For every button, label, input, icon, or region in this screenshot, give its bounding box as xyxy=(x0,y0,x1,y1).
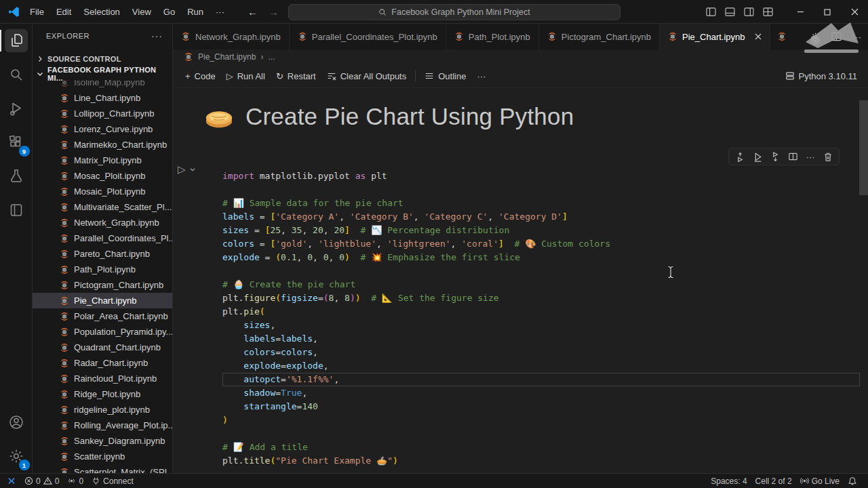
editor-tab[interactable]: Pie_Chart.ipynb xyxy=(660,24,770,49)
back-arrow-icon[interactable]: ← xyxy=(248,6,258,18)
editor-tab[interactable]: Network_Graph.ipynb xyxy=(173,24,290,49)
explorer-more-actions-icon[interactable]: ··· xyxy=(151,30,163,41)
code-line[interactable]: sizes, xyxy=(222,319,860,332)
run-debug-icon[interactable] xyxy=(0,92,33,125)
run-cell-button[interactable]: ▷ xyxy=(178,164,186,174)
problems-indicator[interactable]: 0 0 xyxy=(20,474,63,488)
maximize-button[interactable] xyxy=(814,0,841,24)
notebook-icon[interactable] xyxy=(0,193,33,227)
markdown-cell[interactable]: Create Pie Chart Using Python xyxy=(203,103,574,130)
file-item[interactable]: Lollipop_Chart.ipynb xyxy=(33,106,172,121)
explorer-icon[interactable] xyxy=(0,24,33,58)
code-line[interactable]: colors = ['gold', 'lightblue', 'lightgre… xyxy=(222,237,860,251)
spaces-indicator[interactable]: Spaces: 4 xyxy=(707,474,751,488)
code-line[interactable]: shadow=True, xyxy=(222,386,860,400)
account-icon[interactable] xyxy=(0,405,33,439)
clear-all-outputs-button[interactable]: Clear All Outputs xyxy=(321,68,412,84)
cell-more-actions-icon[interactable]: ··· xyxy=(802,149,818,164)
connect-button[interactable]: Connect xyxy=(87,474,138,488)
execute-above-icon[interactable] xyxy=(732,149,748,164)
code-cell-editor[interactable]: import matplotlib.pyplot as plt # 📊 Samp… xyxy=(222,169,860,468)
execute-below-icon[interactable] xyxy=(767,149,783,164)
minimize-button[interactable] xyxy=(787,0,814,24)
search-sidebar-icon[interactable] xyxy=(0,58,33,92)
menu-run[interactable]: Run xyxy=(181,3,210,20)
code-line[interactable]: labels=labels, xyxy=(222,332,860,346)
editor-tab[interactable] xyxy=(770,24,793,49)
code-line[interactable]: # 🧁 Create the pie chart xyxy=(222,278,860,291)
menu-file[interactable]: File xyxy=(24,3,50,20)
run-all-button[interactable]: ▷ Run All xyxy=(221,68,271,84)
outline-button[interactable]: Outline xyxy=(419,68,471,84)
file-item[interactable]: Lorenz_Curve.ipynb xyxy=(33,121,172,137)
testing-icon[interactable] xyxy=(0,159,33,193)
file-item[interactable]: Parallel_Coordinates_Pl... xyxy=(33,230,172,246)
file-item[interactable]: Radar_Chart.ipynb xyxy=(33,355,172,371)
file-item[interactable]: Mosaic_Plot.ipynb xyxy=(33,184,172,199)
code-line[interactable]: plt.title("Pie Chart Example 🥧") xyxy=(222,454,860,468)
ports-indicator[interactable]: 0 xyxy=(63,474,87,488)
file-item[interactable]: Scatter.ipynb xyxy=(33,449,172,464)
execute-cell-icon[interactable] xyxy=(749,149,766,164)
code-line[interactable]: ) xyxy=(222,413,860,427)
code-line[interactable]: plt.pie( xyxy=(222,305,860,319)
command-center-search[interactable]: Facebook Graph Python Mini Project xyxy=(288,4,620,20)
delete-cell-icon[interactable] xyxy=(820,149,836,164)
file-item[interactable]: Line_Chart.ipynb xyxy=(33,90,172,106)
menu-view[interactable]: View xyxy=(126,3,157,20)
editor-tab[interactable]: Pictogram_Chart.ipynb xyxy=(539,24,660,49)
file-item[interactable]: Isoline_Map.ipynb xyxy=(33,80,172,90)
file-item[interactable]: Population_Pyramid.ipy... xyxy=(33,324,172,340)
tab-more-actions-icon[interactable]: ··· xyxy=(852,32,861,42)
code-line[interactable] xyxy=(222,264,860,278)
file-item[interactable]: Matrix_Plot.ipynb xyxy=(33,152,172,168)
breadcrumb-file[interactable]: Pie_Chart.ipynb xyxy=(198,52,256,62)
cell-indicator[interactable]: Cell 2 of 2 xyxy=(751,474,796,488)
code-line[interactable]: explode=explode, xyxy=(222,359,860,373)
notifications-bell-icon[interactable] xyxy=(844,474,861,488)
breadcrumb-more[interactable]: ... xyxy=(268,52,275,62)
editor-scrollbar[interactable] xyxy=(859,100,868,195)
file-item[interactable]: Mosac_Ploit.ipynb xyxy=(33,168,172,184)
code-line[interactable] xyxy=(222,183,860,197)
code-line[interactable]: # 📊 Sample data for the pie chart xyxy=(222,197,860,210)
code-line[interactable]: colors=colors, xyxy=(222,346,860,359)
restart-kernel-button[interactable]: ↻ Restart xyxy=(271,68,321,84)
file-item[interactable]: ridgeline_plot.ipynb xyxy=(33,402,172,418)
add-code-cell-button[interactable]: + Code xyxy=(180,68,221,84)
customize-layout-icon[interactable] xyxy=(763,7,773,16)
file-item[interactable]: Pictogram_Chart.ipynb xyxy=(33,277,172,293)
kernel-picker[interactable]: Python 3.10.11 xyxy=(785,71,868,81)
file-item[interactable]: Scatterplot_Matrix_(SPL... xyxy=(33,464,172,473)
file-item[interactable]: Path_Plot.ipynb xyxy=(33,262,172,277)
file-item[interactable]: Raincloud_Plot.ipynb xyxy=(33,371,172,386)
file-item[interactable]: Quadrant_Chart.ipynb xyxy=(33,340,172,355)
gear-icon[interactable] xyxy=(810,32,821,42)
editor-tab[interactable]: Parallel_Coordinates_Plot.ipynb xyxy=(290,24,446,49)
editor-tab[interactable]: Path_Plot.ipynb xyxy=(446,24,539,49)
code-line[interactable]: # 📝 Add a title xyxy=(222,441,860,454)
source-control-section[interactable]: SOURCE CONTROL xyxy=(33,52,172,66)
close-window-button[interactable] xyxy=(841,0,868,24)
toggle-sidebar-icon[interactable] xyxy=(706,7,716,16)
split-editor-icon[interactable] xyxy=(831,32,842,41)
go-live-button[interactable]: Go Live xyxy=(796,474,844,488)
file-item[interactable]: Pareto_Chart.ipynb xyxy=(33,246,172,262)
menu-go[interactable]: Go xyxy=(157,3,181,20)
code-line[interactable]: labels = ['Category A', 'Category B', 'C… xyxy=(222,210,860,224)
close-tab-icon[interactable] xyxy=(755,33,762,40)
code-line[interactable]: autopct='%1.1f%%', xyxy=(222,373,860,386)
code-line[interactable]: plt.figure(figsize=(8, 8)) # 📐 Set the f… xyxy=(222,291,860,305)
toggle-panel-icon[interactable] xyxy=(725,7,735,16)
code-line[interactable] xyxy=(222,427,860,441)
file-item[interactable]: Sankey_Diagram.ipynb xyxy=(33,433,172,449)
split-cell-icon[interactable] xyxy=(785,149,801,164)
collapse-cell-chevron-icon[interactable] xyxy=(189,165,197,174)
menu-edit[interactable]: Edit xyxy=(50,3,77,20)
file-item[interactable]: Rolling_Average_Plot.ip... xyxy=(33,418,172,433)
menu-selection[interactable]: Selection xyxy=(77,3,125,20)
code-line[interactable]: explode = (0.1, 0, 0, 0) # 💥 Emphasize t… xyxy=(222,251,860,264)
remote-indicator[interactable] xyxy=(4,474,20,488)
file-item[interactable]: Multivariate_Scatter_Pl... xyxy=(33,199,172,215)
file-item[interactable]: Pie_Chart.ipynb xyxy=(33,293,172,308)
